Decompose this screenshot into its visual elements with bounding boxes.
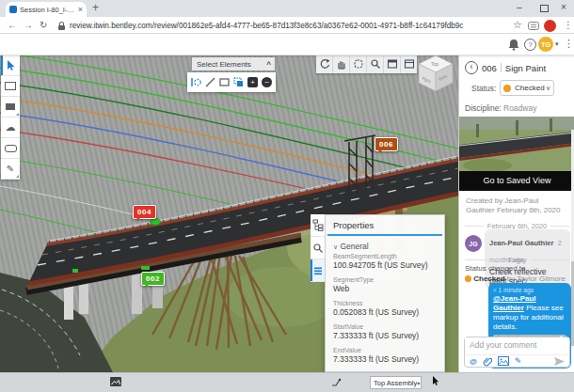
- tab-favicon: [9, 6, 17, 13]
- browser-back-icon[interactable]: ←: [8, 21, 17, 30]
- issue-panel: ‹ 006 Sign Paint Status: Checked ∨ Disci…: [458, 55, 574, 372]
- url-text[interactable]: review.itwin.bentley.com/review/001862e5…: [70, 22, 463, 30]
- user-avatar[interactable]: TG: [538, 37, 553, 52]
- status-dot-icon: [465, 275, 471, 282]
- pan-view-button[interactable]: [333, 55, 350, 73]
- bell-icon[interactable]: [508, 39, 519, 51]
- selected-element-004[interactable]: [151, 219, 161, 226]
- created-by-text: Created by Jean-Paul Gauthier February 6…: [466, 196, 569, 216]
- app-window: Session I-80_I-Model_HUB | iTwi × + – × …: [0, 0, 574, 392]
- cloud-tool-button[interactable]: ☁: [1, 118, 20, 138]
- scope-value: Top Assembly: [374, 379, 417, 387]
- magnifier-icon: [370, 58, 381, 70]
- properties-section-general[interactable]: ∨ General: [333, 242, 437, 251]
- property-row: EndValue7.333333 ft (US Survey): [333, 347, 437, 364]
- add-selection-button[interactable]: +: [247, 76, 259, 88]
- snap-mode-icon[interactable]: [331, 377, 342, 387]
- search-tab[interactable]: [311, 237, 325, 259]
- chevron-down-icon[interactable]: ∨: [333, 243, 338, 250]
- browser-tab[interactable]: Session I-80_I-Model_HUB | iTwi ×: [6, 2, 87, 17]
- overlap-select-icon: [232, 76, 245, 88]
- scope-caret-icon: ▾: [417, 380, 420, 386]
- collapse-chevron-icon[interactable]: ^: [266, 60, 275, 69]
- rounded-rect-icon: [5, 145, 17, 152]
- cloud-icon: ☁: [6, 122, 16, 133]
- window-area-button[interactable]: [401, 55, 417, 73]
- tab-title: Session I-80_I-Model_HUB | iTwi: [20, 6, 76, 14]
- avatar-caret-icon[interactable]: ▾: [555, 40, 559, 48]
- status-label: Status:: [471, 84, 496, 93]
- model-tree-tab[interactable]: [311, 214, 325, 237]
- window-maximize-button[interactable]: [540, 5, 549, 12]
- scope-dropdown[interactable]: Top Assembly ▾: [370, 376, 422, 389]
- saved-view-thumbnail[interactable]: [459, 117, 574, 171]
- select-tool-button[interactable]: [1, 55, 20, 76]
- new-tab-button[interactable]: +: [92, 1, 99, 14]
- browser-refresh-icon[interactable]: ↻: [40, 21, 47, 30]
- properties-panel: Properties ∨ General BeamSegmentLength10…: [325, 214, 445, 372]
- minus-circle-icon: –: [262, 77, 272, 87]
- back-icon[interactable]: ‹: [465, 61, 478, 74]
- pick-element-button[interactable]: [190, 76, 202, 88]
- bookmark-star-icon[interactable]: ☆: [513, 20, 522, 30]
- browser-forward-icon[interactable]: →: [24, 21, 33, 30]
- comment-input[interactable]: [465, 337, 569, 353]
- navigation-cube[interactable]: Top Right Back: [414, 51, 457, 98]
- attach-icon[interactable]: [483, 356, 492, 367]
- rotate-view-button[interactable]: [316, 55, 333, 73]
- tab-close-icon[interactable]: ×: [78, 6, 83, 14]
- view-toolbar: [316, 55, 417, 73]
- comment-avatar: JG: [465, 235, 482, 252]
- properties-tab-strip: [311, 214, 325, 282]
- help-icon[interactable]: ?: [524, 39, 536, 51]
- select-elements-header[interactable]: Select Elements ^: [192, 57, 275, 71]
- pencil-icon: ✎: [7, 165, 14, 174]
- fit-view-button[interactable]: [384, 55, 401, 73]
- zoom-view-button[interactable]: [367, 55, 384, 73]
- selected-element-002[interactable]: [141, 266, 150, 270]
- app-menu-icon[interactable]: ⋮: [564, 38, 574, 50]
- own-comment-time: < 1 minute ago: [493, 287, 566, 293]
- rectangle-tool-button[interactable]: [1, 76, 20, 97]
- shape-tool-button[interactable]: [1, 97, 20, 118]
- orbit-view-button[interactable]: [350, 55, 367, 73]
- status-dot-icon: [503, 85, 511, 92]
- image-icon[interactable]: [498, 356, 509, 366]
- issue-marker-004[interactable]: 004: [133, 205, 156, 219]
- browser-menu-icon[interactable]: ⋮: [564, 21, 573, 30]
- issue-marker-002[interactable]: 002: [141, 272, 165, 286]
- go-to-saved-view-button[interactable]: Go to Saved View: [459, 171, 574, 191]
- status-bar: [0, 372, 574, 392]
- properties-tab[interactable]: [311, 259, 325, 282]
- box-select-button[interactable]: [218, 76, 231, 88]
- cursor-icon: [6, 60, 16, 71]
- list-icon: [312, 265, 324, 276]
- plus-square-icon: +: [247, 77, 258, 87]
- extension-icon[interactable]: [528, 22, 539, 30]
- send-icon[interactable]: [554, 357, 565, 366]
- status-dropdown[interactable]: Checked ∨: [500, 80, 554, 96]
- remove-selection-button[interactable]: –: [261, 76, 273, 88]
- mention-icon[interactable]: @: [470, 357, 477, 366]
- markup-pen-icon[interactable]: ✎: [515, 356, 522, 366]
- issue-title: Sign Paint: [505, 63, 546, 73]
- rectangle-icon: [5, 82, 16, 90]
- properties-accent-line: [327, 234, 442, 236]
- ellipse-tool-button[interactable]: [1, 138, 20, 159]
- line-select-button[interactable]: [204, 76, 216, 88]
- selection-cursor-icon: [432, 376, 439, 386]
- property-row: Thickness0.052083 ft (US Survey): [333, 300, 437, 317]
- pen-tool-button[interactable]: ✎: [1, 159, 20, 180]
- overlap-select-button[interactable]: [232, 76, 245, 88]
- window-minimize-button[interactable]: –: [517, 3, 522, 12]
- window-close-button[interactable]: ×: [561, 3, 566, 12]
- status-value: Checked: [515, 84, 546, 92]
- property-row: StartValue7.333333 ft (US Survey): [333, 323, 437, 340]
- graphics-icon[interactable]: [110, 377, 121, 386]
- cube-face-top: Top: [431, 61, 438, 67]
- browser-profile-avatar[interactable]: [544, 20, 556, 32]
- issue-marker-006[interactable]: 006: [375, 137, 398, 151]
- edit-markup-icon[interactable]: ✎: [559, 335, 566, 343]
- select-elements-toolbar: Select Elements ^ +: [187, 57, 276, 92]
- discipline-value: Roadway: [503, 103, 536, 113]
